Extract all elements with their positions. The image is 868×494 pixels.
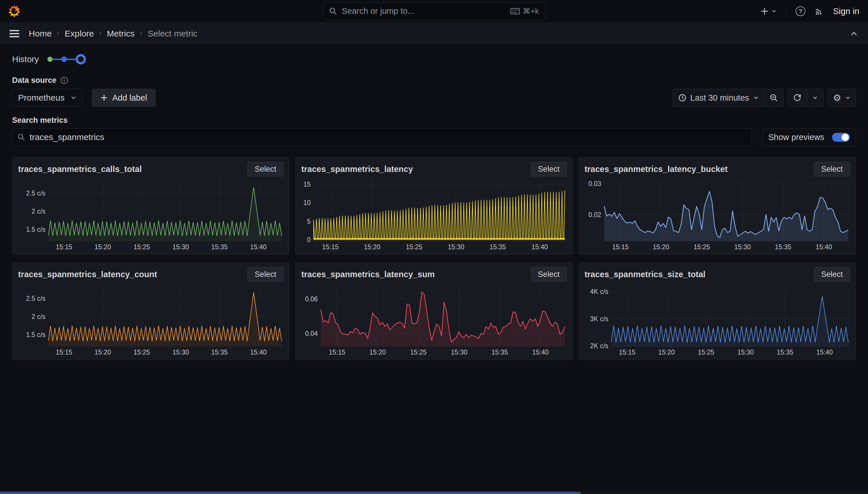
add-label-button[interactable]: Add label <box>92 89 156 107</box>
svg-text:15:35: 15:35 <box>211 243 228 251</box>
metric-name: traces_spanmetrics_latency_sum <box>301 270 435 279</box>
plus-icon <box>760 7 769 16</box>
refresh-button[interactable] <box>788 89 807 107</box>
breadcrumb-metrics[interactable]: Metrics <box>107 29 135 39</box>
metric-preview-card: traces_spanmetrics_latency_count Select … <box>12 262 290 360</box>
svg-text:2 c/s: 2 c/s <box>32 313 45 320</box>
card-header: traces_spanmetrics_latency_count Select <box>18 266 283 283</box>
svg-text:15:15: 15:15 <box>612 243 629 251</box>
svg-text:15:15: 15:15 <box>56 243 72 251</box>
select-metric-button[interactable]: Select <box>248 162 283 176</box>
search-row: Show previews <box>12 128 856 146</box>
show-previews-toggle[interactable] <box>832 133 850 142</box>
metric-name: traces_spanmetrics_latency <box>301 165 413 174</box>
add-menu-button[interactable] <box>759 6 778 17</box>
history-step-dot[interactable] <box>47 57 53 62</box>
history-timeline <box>47 54 86 64</box>
svg-text:15:35: 15:35 <box>490 243 506 251</box>
add-label-text: Add label <box>112 93 147 103</box>
svg-text:15:35: 15:35 <box>776 348 793 356</box>
svg-text:2.5 c/s: 2.5 c/s <box>26 190 46 197</box>
metrics-search-field[interactable] <box>12 128 752 146</box>
svg-text:15:30: 15:30 <box>448 243 464 251</box>
svg-text:15:30: 15:30 <box>451 348 467 356</box>
svg-text:2K c/s: 2K c/s <box>590 342 609 350</box>
svg-text:15: 15 <box>303 180 311 188</box>
help-icon: ? <box>795 6 805 16</box>
plus-icon <box>100 94 108 101</box>
datasource-label-row: Data source i <box>12 76 856 85</box>
chevron-down-icon <box>753 95 759 101</box>
svg-text:15:15: 15:15 <box>619 348 635 356</box>
svg-text:15:30: 15:30 <box>173 348 189 356</box>
metric-preview-grid: traces_spanmetrics_calls_total Select 1.… <box>12 157 856 360</box>
svg-text:15:20: 15:20 <box>369 348 386 356</box>
collapse-header-button[interactable] <box>848 28 860 39</box>
svg-text:15:20: 15:20 <box>658 348 675 356</box>
select-metric-button[interactable]: Select <box>531 162 567 176</box>
datasource-picker[interactable]: Prometheus <box>12 89 82 107</box>
select-metric-button[interactable]: Select <box>814 267 850 282</box>
clock-icon <box>678 94 686 102</box>
chevron-down-icon <box>812 95 818 101</box>
history-step-dot[interactable] <box>61 56 67 62</box>
metric-preview-chart: 2K c/s3K c/s4K c/s15:1515:2015:2515:3015… <box>585 284 850 356</box>
svg-text:15:40: 15:40 <box>816 348 833 356</box>
svg-text:15:20: 15:20 <box>653 243 669 251</box>
metric-preview-card: traces_spanmetrics_size_total Select 2K … <box>578 262 856 360</box>
svg-text:15:20: 15:20 <box>364 243 380 251</box>
zoom-out-button[interactable] <box>764 89 783 107</box>
time-range-picker[interactable]: Last 30 minutes <box>673 89 764 107</box>
help-button[interactable]: ? <box>794 5 807 17</box>
svg-text:15:40: 15:40 <box>250 348 267 356</box>
breadcrumb-bar: Home › Explore › Metrics › Select metric <box>0 22 868 45</box>
svg-text:15:15: 15:15 <box>329 348 345 356</box>
top-navbar: Search or jump to... ⌘+k ? <box>0 0 868 22</box>
search-icon <box>329 7 337 15</box>
info-icon[interactable]: i <box>61 77 68 84</box>
metric-preview-chart: 0.040.0615:1515:2015:2515:3015:3515:40 <box>301 284 567 356</box>
svg-text:0.03: 0.03 <box>588 180 601 188</box>
refresh-interval-dropdown[interactable] <box>807 89 823 107</box>
search-shortcut: ⌘+k <box>510 6 539 16</box>
refresh-group <box>788 89 824 107</box>
rss-icon <box>814 6 824 16</box>
history-connector <box>67 59 76 60</box>
metrics-search-input[interactable] <box>29 132 746 142</box>
svg-text:15:40: 15:40 <box>815 243 832 251</box>
menu-toggle-button[interactable] <box>8 29 20 39</box>
svg-text:15:35: 15:35 <box>211 348 228 356</box>
history-connector <box>53 59 61 60</box>
svg-text:0.04: 0.04 <box>305 330 318 337</box>
history-current-step[interactable] <box>76 54 86 64</box>
svg-text:15:15: 15:15 <box>56 348 72 356</box>
settings-group: ⚙ <box>827 89 856 107</box>
chevron-down-icon <box>845 95 850 100</box>
svg-text:0: 0 <box>307 236 311 244</box>
breadcrumb-separator: › <box>99 28 102 37</box>
metric-preview-card: traces_spanmetrics_latency Select 051015… <box>295 157 573 255</box>
svg-text:15:25: 15:25 <box>698 348 714 356</box>
search-placeholder: Search or jump to... <box>342 6 506 16</box>
svg-text:15:25: 15:25 <box>406 243 422 251</box>
toggle-knob <box>842 134 849 141</box>
svg-text:15:25: 15:25 <box>693 243 710 251</box>
breadcrumb: Home › Explore › Metrics › Select metric <box>29 29 197 39</box>
grafana-logo[interactable] <box>7 5 21 18</box>
shortcut-text: ⌘+k <box>523 6 539 16</box>
news-button[interactable] <box>813 5 825 17</box>
datasource-value: Prometheus <box>18 93 65 103</box>
select-metric-button[interactable]: Select <box>531 267 567 282</box>
breadcrumb-home[interactable]: Home <box>29 29 52 39</box>
global-search-input[interactable]: Search or jump to... ⌘+k <box>323 2 545 20</box>
metric-preview-chart: 1.5 c/s2 c/s2.5 c/s15:1515:2015:2515:301… <box>18 284 283 356</box>
settings-button[interactable]: ⚙ <box>828 89 856 107</box>
select-metric-button[interactable]: Select <box>248 267 283 282</box>
metric-name: traces_spanmetrics_latency_count <box>18 270 157 279</box>
breadcrumb-explore[interactable]: Explore <box>65 29 94 39</box>
search-label-row: Search metrics <box>12 116 856 125</box>
sign-in-link[interactable]: Sign in <box>832 5 861 17</box>
show-previews-label: Show previews <box>768 133 824 142</box>
select-metric-button[interactable]: Select <box>814 162 850 176</box>
svg-text:10: 10 <box>303 199 311 207</box>
